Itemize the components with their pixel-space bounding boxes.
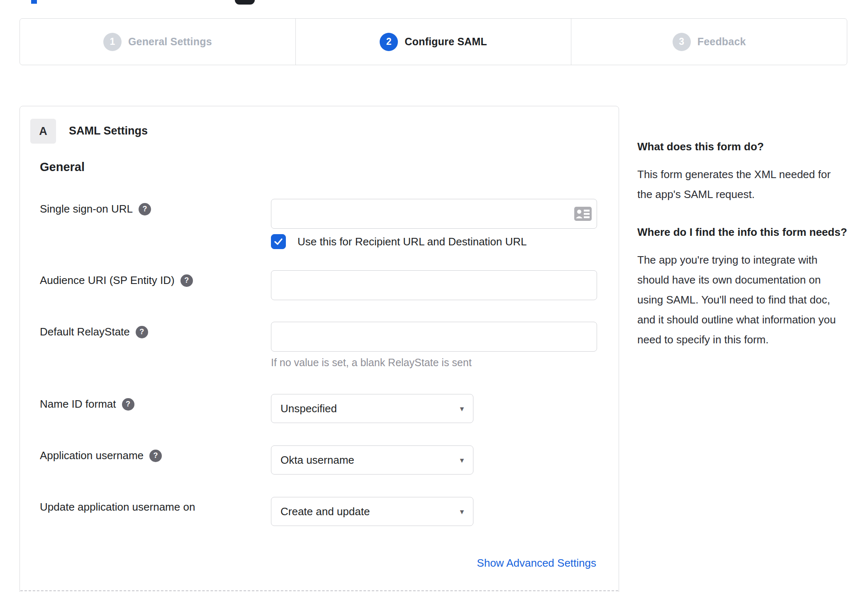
select-value: Create and update bbox=[280, 505, 370, 518]
select-value: Unspecified bbox=[280, 402, 337, 415]
step-number-badge: 1 bbox=[103, 33, 122, 51]
name-id-format-select[interactable]: Unspecified ▾ bbox=[271, 394, 473, 423]
help-icon[interactable]: ? bbox=[180, 274, 193, 287]
help-icon[interactable]: ? bbox=[122, 398, 134, 411]
field-label-text: Update application username on bbox=[40, 501, 195, 514]
help-question-title: What does this form do? bbox=[637, 137, 848, 156]
step-label: General Settings bbox=[128, 36, 212, 48]
step-general-settings[interactable]: 1 General Settings bbox=[20, 19, 295, 65]
recipient-url-checkbox-row: Use this for Recipient URL and Destinati… bbox=[271, 234, 527, 249]
sso-url-input[interactable] bbox=[271, 199, 597, 229]
step-number-badge: 3 bbox=[673, 33, 691, 51]
field-label-text: Default RelayState bbox=[40, 325, 130, 338]
field-label-text: Application username bbox=[40, 449, 144, 462]
checkmark-icon bbox=[273, 237, 283, 247]
step-label: Configure SAML bbox=[405, 36, 487, 48]
name-id-format-label: Name ID format ? bbox=[40, 398, 134, 411]
help-sidebar: What does this form do? This form genera… bbox=[637, 137, 848, 350]
help-icon[interactable]: ? bbox=[136, 326, 148, 338]
caret-down-icon: ▾ bbox=[460, 404, 464, 413]
application-username-select[interactable]: Okta username ▾ bbox=[271, 445, 473, 475]
audience-uri-input[interactable] bbox=[271, 270, 597, 300]
update-username-select[interactable]: Create and update ▾ bbox=[271, 497, 473, 526]
sso-url-label: Single sign-on URL ? bbox=[40, 203, 151, 215]
field-label-text: Audience URI (SP Entity ID) bbox=[40, 274, 175, 287]
help-icon[interactable]: ? bbox=[139, 203, 151, 215]
panel-title: SAML Settings bbox=[69, 125, 148, 137]
help-section-what: What does this form do? This form genera… bbox=[637, 137, 848, 204]
step-label: Feedback bbox=[697, 36, 746, 48]
select-value: Okta username bbox=[280, 454, 354, 467]
show-advanced-settings-link[interactable]: Show Advanced Settings bbox=[477, 557, 596, 570]
default-relaystate-input[interactable] bbox=[271, 322, 597, 352]
relaystate-hint: If no value is set, a blank RelayState i… bbox=[271, 357, 472, 369]
section-letter-badge: A bbox=[30, 119, 56, 144]
step-feedback[interactable]: 3 Feedback bbox=[571, 19, 847, 65]
saml-settings-panel: A SAML Settings General Single sign-on U… bbox=[20, 106, 619, 592]
help-question-body: This form generates the XML needed for t… bbox=[637, 164, 848, 204]
help-question-body: The app you're trying to integrate with … bbox=[637, 250, 848, 350]
audience-uri-label: Audience URI (SP Entity ID) ? bbox=[40, 274, 193, 287]
wizard-stepper: 1 General Settings 2 Configure SAML 3 Fe… bbox=[20, 18, 847, 65]
default-relaystate-label: Default RelayState ? bbox=[40, 325, 148, 338]
recipient-url-checkbox[interactable] bbox=[271, 234, 286, 249]
step-number-badge: 2 bbox=[380, 33, 398, 51]
recipient-url-checkbox-label: Use this for Recipient URL and Destinati… bbox=[297, 235, 527, 248]
contact-card-icon[interactable] bbox=[574, 206, 592, 221]
field-label-text: Name ID format bbox=[40, 398, 116, 411]
help-section-where: Where do I find the info this form needs… bbox=[637, 223, 848, 350]
clipped-icon-artifact bbox=[235, 0, 255, 5]
general-section-heading: General bbox=[40, 160, 85, 174]
update-username-label: Update application username on bbox=[40, 501, 195, 514]
section-dashed-divider bbox=[20, 590, 618, 591]
step-configure-saml[interactable]: 2 Configure SAML bbox=[295, 19, 571, 65]
clipped-link-artifact bbox=[31, 0, 37, 4]
help-question-title: Where do I find the info this form needs… bbox=[637, 223, 848, 242]
caret-down-icon: ▾ bbox=[460, 507, 464, 516]
field-label-text: Single sign-on URL bbox=[40, 203, 133, 215]
application-username-label: Application username ? bbox=[40, 449, 162, 462]
help-icon[interactable]: ? bbox=[149, 450, 162, 462]
caret-down-icon: ▾ bbox=[460, 455, 464, 465]
